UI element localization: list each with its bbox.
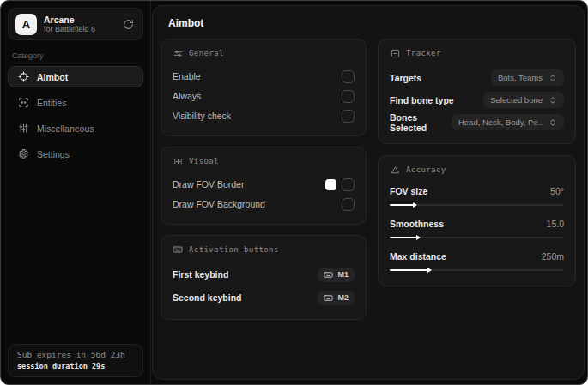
color-swatch[interactable] bbox=[325, 179, 336, 190]
second-keybind-button[interactable]: M2 bbox=[318, 291, 355, 305]
sidebar-item-miscellaneous[interactable]: Miscellaneous bbox=[8, 117, 143, 139]
sidebar-item-label: Aimbot bbox=[37, 72, 68, 82]
keybind-value: M2 bbox=[337, 293, 349, 302]
activation-card-header: Activation buttons bbox=[173, 244, 355, 255]
sidebar-item-label: Miscellaneous bbox=[37, 123, 94, 134]
logo-text: Arcane for Battlefield 6 bbox=[44, 15, 113, 34]
sidebar-item-entities[interactable]: Entities bbox=[8, 92, 143, 113]
session-duration-text: session duration 29s bbox=[17, 361, 134, 371]
keybind-row-second: Second keybind M2 bbox=[173, 286, 355, 309]
accuracy-card-header: Accuracy bbox=[390, 165, 564, 175]
slider-thumb[interactable] bbox=[390, 269, 428, 271]
targets-dropdown[interactable]: Bots, Teams bbox=[491, 69, 564, 86]
page-title: Aimbot bbox=[153, 6, 584, 37]
setting-row-always: Always bbox=[173, 87, 355, 105]
slider-thumb[interactable] bbox=[390, 204, 414, 206]
setting-row-fov-border: Draw FOV Border bbox=[173, 175, 355, 194]
sidebar-item-settings[interactable]: Settings bbox=[8, 143, 143, 165]
fov-background-checkbox[interactable] bbox=[342, 198, 355, 211]
content-columns: General Enable Always Visibility check bbox=[153, 37, 584, 322]
slider-value: 50° bbox=[550, 186, 564, 196]
sidebar: A Arcane for Battlefield 6 Category bbox=[1, 1, 151, 384]
sliders-horizontal-icon bbox=[173, 48, 183, 58]
slider-thumb[interactable] bbox=[390, 237, 417, 238]
general-card: General Enable Always Visibility check bbox=[161, 39, 367, 136]
accuracy-card: Accuracy FOV size 50° bbox=[378, 155, 576, 286]
general-card-header: General bbox=[173, 48, 355, 58]
subscription-info-card: Sub expires in 56d 23h session duration … bbox=[8, 344, 143, 377]
card-title-label: Accuracy bbox=[406, 165, 446, 174]
sidebar-item-label: Settings bbox=[37, 149, 70, 159]
triangle-icon bbox=[390, 165, 400, 175]
setting-label: Find bone type bbox=[390, 95, 454, 105]
dropdown-value: Selected bone bbox=[490, 95, 543, 105]
chevrons-up-down-icon bbox=[549, 74, 557, 82]
category-label: Category bbox=[12, 51, 139, 60]
setting-row-enable: Enable bbox=[173, 67, 355, 86]
setting-label: FOV size bbox=[390, 186, 427, 196]
right-column: Tracker Targets Bots, Teams bbox=[378, 39, 576, 286]
chevrons-up-down-icon bbox=[549, 118, 557, 127]
tracker-row-targets: Targets Bots, Teams bbox=[390, 67, 564, 88]
card-title-label: Tracker bbox=[406, 49, 441, 57]
slider-group-max-distance: Max distance 250m bbox=[390, 249, 564, 274]
smoothness-slider[interactable] bbox=[390, 234, 564, 241]
scan-icon bbox=[17, 97, 29, 109]
dropdown-value: Head, Neck, Body, Pe.. bbox=[458, 117, 543, 127]
visibility-check-checkbox[interactable] bbox=[342, 110, 355, 123]
slider-header: Smoothness 15.0 bbox=[390, 216, 564, 232]
app-window: A Arcane for Battlefield 6 Category bbox=[0, 0, 588, 385]
crosshair-icon bbox=[17, 71, 29, 83]
app-logo: A bbox=[15, 14, 37, 35]
logo-card: A Arcane for Battlefield 6 bbox=[8, 8, 143, 40]
bones-selected-dropdown[interactable]: Head, Neck, Body, Pe.. bbox=[452, 114, 564, 130]
max-distance-slider[interactable] bbox=[390, 267, 564, 274]
slider-value: 15.0 bbox=[547, 219, 564, 229]
setting-label: Targets bbox=[390, 73, 421, 83]
sidebar-spacer bbox=[8, 165, 143, 344]
refresh-icon[interactable] bbox=[120, 16, 136, 32]
card-title-label: Activation buttons bbox=[189, 245, 279, 254]
slider-header: FOV size 50° bbox=[390, 183, 564, 199]
keyboard-icon bbox=[324, 270, 333, 280]
first-keybind-button[interactable]: M1 bbox=[318, 268, 355, 282]
setting-label: Draw FOV Border bbox=[173, 179, 244, 189]
sidebar-nav: Aimbot Entities bbox=[8, 66, 143, 165]
setting-label: Max distance bbox=[390, 251, 446, 262]
adjust-icon bbox=[173, 156, 183, 166]
enable-checkbox[interactable] bbox=[342, 70, 355, 83]
activation-buttons-card: Activation buttons First keybind M1 bbox=[161, 235, 367, 320]
tracker-card-header: Tracker bbox=[390, 48, 564, 58]
slider-value: 250m bbox=[542, 251, 564, 262]
tracker-card: Tracker Targets Bots, Teams bbox=[378, 39, 576, 144]
always-checkbox[interactable] bbox=[342, 90, 355, 103]
setting-label: Second keybind bbox=[173, 292, 242, 303]
setting-label: First keybind bbox=[173, 269, 228, 280]
gear-icon bbox=[17, 148, 29, 160]
setting-row-fov-background: Draw FOV Background bbox=[173, 195, 355, 214]
fov-border-controls bbox=[325, 178, 355, 191]
sliders-vertical-icon bbox=[17, 123, 29, 135]
app-title: Arcane bbox=[44, 15, 113, 25]
minus-square-icon bbox=[390, 48, 400, 58]
dropdown-value: Bots, Teams bbox=[498, 73, 543, 82]
setting-label: Visibility check bbox=[173, 111, 231, 121]
setting-label: Bones Selected bbox=[390, 112, 452, 133]
keybind-row-first: First keybind M1 bbox=[173, 263, 355, 286]
left-column: General Enable Always Visibility check bbox=[161, 39, 367, 320]
visual-card: Visual Draw FOV Border Draw FOV Backgrou… bbox=[161, 147, 367, 225]
main-wrap: Aimbot General bbox=[151, 1, 588, 384]
sidebar-item-aimbot[interactable]: Aimbot bbox=[8, 66, 143, 87]
fov-size-slider[interactable] bbox=[390, 202, 564, 208]
setting-row-visibility-check: Visibility check bbox=[173, 106, 355, 125]
visual-card-header: Visual bbox=[173, 156, 355, 166]
find-bone-type-dropdown[interactable]: Selected bone bbox=[483, 92, 564, 108]
keyboard-icon bbox=[324, 293, 333, 303]
main-panel: Aimbot General bbox=[152, 5, 585, 380]
fov-border-checkbox[interactable] bbox=[342, 178, 355, 191]
keybind-value: M1 bbox=[337, 270, 349, 279]
setting-label: Smoothness bbox=[390, 219, 444, 229]
sub-expiry-text: Sub expires in 56d 23h bbox=[17, 349, 134, 361]
tracker-row-bones-selected: Bones Selected Head, Neck, Body, Pe.. bbox=[390, 111, 564, 133]
card-title-label: General bbox=[189, 49, 224, 57]
